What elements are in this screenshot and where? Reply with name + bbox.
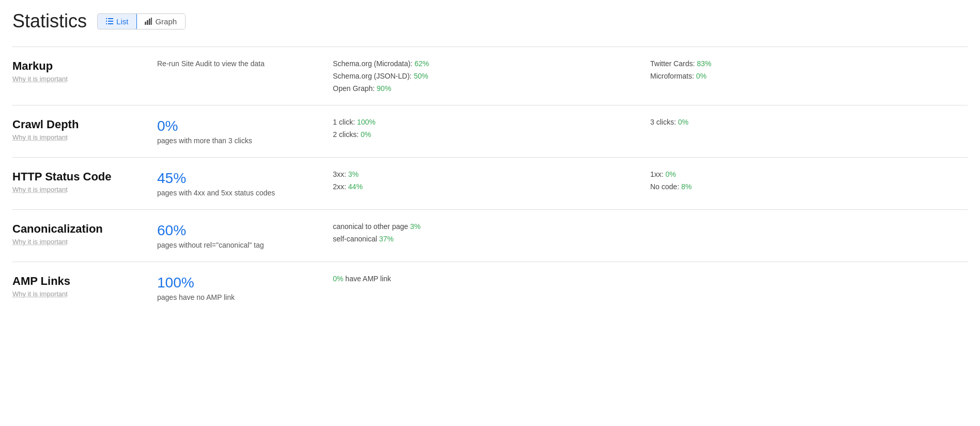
- section-col3-http-status: 3xx: 3%2xx: 44%: [333, 170, 650, 191]
- section-title-http-status: HTTP Status Code: [12, 170, 147, 184]
- stat-value: 50%: [414, 72, 428, 80]
- section-main-amp-links: 100% pages have no AMP link: [157, 275, 333, 301]
- main-desc-amp-links: pages have no AMP link: [157, 293, 333, 301]
- main-desc-canonicalization: pages without rel="canonical" tag: [157, 241, 333, 249]
- list-view-button[interactable]: List: [97, 13, 137, 29]
- section-col3-canonicalization: canonical to other page 3%self-canonical…: [333, 222, 650, 243]
- stat-item: 2xx: 44%: [333, 182, 650, 191]
- stat-value: 0%: [696, 72, 707, 80]
- main-value-canonicalization: 60%: [157, 222, 333, 239]
- stat-item: 1xx: 0%: [650, 170, 968, 178]
- svg-rect-0: [106, 18, 107, 19]
- list-icon: [106, 18, 113, 25]
- section-main-http-status: 45% pages with 4xx and 5xx status codes: [157, 170, 333, 197]
- stat-value: 44%: [348, 182, 363, 191]
- stat-item: Schema.org (JSON-LD): 50%: [333, 72, 650, 80]
- stat-value: 0%: [361, 130, 371, 139]
- svg-rect-3: [108, 21, 113, 22]
- stat-item: Open Graph: 90%: [333, 84, 650, 93]
- stat-item: 0% have AMP link: [333, 275, 650, 283]
- stat-item: 1 click: 100%: [333, 118, 650, 126]
- section-header-markup: Markup Why it is important: [12, 59, 157, 83]
- stat-value: 3%: [410, 222, 420, 231]
- section-crawl-depth: Crawl Depth Why it is important 0% pages…: [12, 105, 968, 157]
- section-amp-links: AMP Links Why it is important 100% pages…: [12, 262, 968, 314]
- section-col4-crawl-depth: 3 clicks: 0%: [650, 118, 968, 126]
- section-subtitle-crawl-depth[interactable]: Why it is important: [12, 133, 147, 141]
- main-desc-markup: Re-run Site Audit to view the data: [157, 59, 333, 68]
- stat-item: Schema.org (Microdata): 62%: [333, 59, 650, 68]
- sections-container: Markup Why it is important Re-run Site A…: [12, 47, 968, 314]
- stat-value: 0%: [666, 170, 676, 178]
- svg-rect-2: [106, 21, 107, 22]
- svg-rect-7: [147, 20, 148, 25]
- section-subtitle-amp-links[interactable]: Why it is important: [12, 290, 147, 298]
- section-header-canonicalization: Canonicalization Why it is important: [12, 222, 157, 246]
- section-markup: Markup Why it is important Re-run Site A…: [12, 47, 968, 105]
- section-subtitle-http-status[interactable]: Why it is important: [12, 186, 147, 193]
- section-title-canonicalization: Canonicalization: [12, 222, 147, 236]
- section-header-amp-links: AMP Links Why it is important: [12, 275, 157, 298]
- stat-item: self-canonical 37%: [333, 235, 650, 243]
- stat-value: 0%: [678, 118, 688, 126]
- stat-value: 8%: [681, 182, 692, 191]
- section-header-crawl-depth: Crawl Depth Why it is important: [12, 118, 157, 141]
- section-title-crawl-depth: Crawl Depth: [12, 118, 147, 131]
- view-toggle-group: List Graph: [97, 13, 186, 29]
- graph-view-button[interactable]: Graph: [136, 14, 185, 29]
- svg-rect-4: [106, 23, 107, 24]
- section-http-status: HTTP Status Code Why it is important 45%…: [12, 157, 968, 209]
- section-col3-amp-links: 0% have AMP link: [333, 275, 650, 283]
- section-main-crawl-depth: 0% pages with more than 3 clicks: [157, 118, 333, 145]
- main-value-crawl-depth: 0%: [157, 118, 333, 134]
- svg-rect-6: [145, 22, 146, 25]
- section-subtitle-markup[interactable]: Why it is important: [12, 75, 147, 83]
- stat-item: Microformats: 0%: [650, 72, 968, 80]
- section-col4-markup: Twitter Cards: 83%Microformats: 0%: [650, 59, 968, 80]
- svg-rect-1: [108, 18, 113, 19]
- stat-value: 3%: [348, 170, 359, 178]
- stat-value: 90%: [377, 84, 391, 93]
- stat-value: 83%: [697, 59, 711, 68]
- stat-item: 3xx: 3%: [333, 170, 650, 178]
- section-canonicalization: Canonicalization Why it is important 60%…: [12, 209, 968, 262]
- stat-item: 2 clicks: 0%: [333, 130, 650, 139]
- stat-item: No code: 8%: [650, 182, 968, 191]
- stat-item: Twitter Cards: 83%: [650, 59, 968, 68]
- section-main-canonicalization: 60% pages without rel="canonical" tag: [157, 222, 333, 249]
- stat-value: 100%: [357, 118, 376, 126]
- stat-item: canonical to other page 3%: [333, 222, 650, 231]
- page-header: Statistics List Graph: [12, 10, 968, 32]
- section-header-http-status: HTTP Status Code Why it is important: [12, 170, 157, 193]
- svg-rect-5: [108, 23, 113, 24]
- graph-icon: [145, 18, 152, 25]
- main-value-http-status: 45%: [157, 170, 333, 187]
- section-col3-markup: Schema.org (Microdata): 62%Schema.org (J…: [333, 59, 650, 93]
- stat-value: 62%: [415, 59, 429, 68]
- section-col4-http-status: 1xx: 0%No code: 8%: [650, 170, 968, 191]
- section-title-amp-links: AMP Links: [12, 275, 147, 288]
- main-desc-crawl-depth: pages with more than 3 clicks: [157, 136, 333, 145]
- section-title-markup: Markup: [12, 59, 147, 73]
- stat-item: 3 clicks: 0%: [650, 118, 968, 126]
- svg-rect-9: [151, 18, 152, 25]
- stat-value: 37%: [379, 235, 394, 243]
- svg-rect-8: [149, 19, 150, 25]
- section-main-markup: Re-run Site Audit to view the data: [157, 59, 333, 68]
- section-subtitle-canonicalization[interactable]: Why it is important: [12, 238, 147, 246]
- main-desc-http-status: pages with 4xx and 5xx status codes: [157, 189, 333, 197]
- section-col3-crawl-depth: 1 click: 100%2 clicks: 0%: [333, 118, 650, 139]
- stat-value: 0%: [333, 275, 343, 283]
- page-title: Statistics: [12, 10, 87, 32]
- main-value-amp-links: 100%: [157, 275, 333, 291]
